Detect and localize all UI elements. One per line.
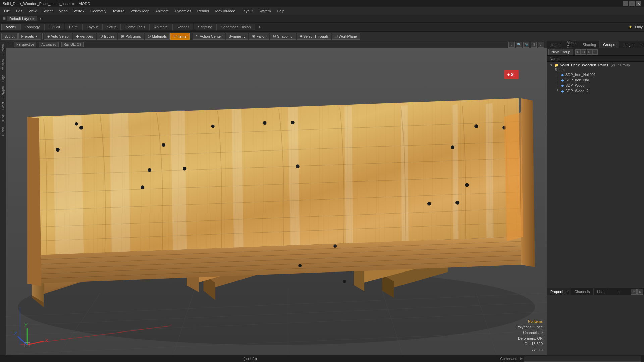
items-button[interactable]: ⊞ Items	[170, 33, 190, 40]
svg-point-75	[148, 168, 151, 172]
symmetry-button[interactable]: Symmetry	[226, 33, 249, 40]
menu-layout[interactable]: Layout	[239, 8, 255, 14]
vertices-button[interactable]: ◆ Vertices	[73, 33, 96, 40]
menu-maxtomodo[interactable]: MaxToModo	[213, 8, 238, 14]
polygons-button[interactable]: ▣ Polygons	[118, 33, 144, 40]
viewport-home-icon[interactable]: ⌂	[508, 42, 515, 48]
tab-animate[interactable]: Animate	[150, 24, 172, 30]
expand-icon: │	[556, 84, 560, 87]
snapping-button[interactable]: ⊠ Snapping	[270, 33, 296, 40]
viewport-expand-icon[interactable]: ⤢	[538, 42, 544, 48]
menu-animate[interactable]: Animate	[153, 8, 171, 14]
edges-button[interactable]: ⬡ Edges	[97, 33, 117, 40]
menu-texture[interactable]: Texture	[110, 8, 127, 14]
prop-tab-channels[interactable]: Channels	[571, 288, 593, 295]
tab-add-button[interactable]: +	[255, 23, 263, 31]
vis-icon-4[interactable]: □	[592, 49, 598, 55]
workplane-button[interactable]: ⊟ WorkPlane	[332, 33, 360, 40]
group-item-wood[interactable]: │ ◆ SDP_Wood	[547, 83, 644, 88]
svg-point-68	[263, 121, 266, 125]
falloff-button[interactable]: ◉ Falloff	[249, 33, 269, 40]
tab-topology[interactable]: Topology	[20, 24, 44, 30]
group-item-nail001[interactable]: │ ◆ SDP_Iron_Nail001	[547, 72, 644, 77]
tab-schematic[interactable]: Schematic Fusion	[217, 24, 255, 30]
prop-tab-add-button[interactable]: +	[615, 290, 623, 294]
layout-dropdown[interactable]: Default Layouts	[7, 16, 37, 21]
right-panel-add-tab-button[interactable]: +	[638, 42, 644, 47]
right-tab-images[interactable]: Images	[619, 41, 638, 48]
prop-tab-properties[interactable]: Properties	[547, 288, 571, 295]
command-input[interactable]	[524, 356, 641, 362]
group-item-wood2[interactable]: └ ◆ SDP_Wood_2	[547, 88, 644, 94]
presets-button[interactable]: Presets ▼	[18, 33, 41, 40]
sculpt-label: Sculpt	[4, 34, 15, 38]
left-tab-fusion[interactable]: Fusion	[1, 125, 5, 138]
menu-select[interactable]: Select	[40, 8, 55, 14]
menu-vertex[interactable]: Vertex	[71, 8, 87, 14]
raygl-button[interactable]: Ray GL: Off	[61, 42, 84, 47]
tab-gametools[interactable]: Game Tools	[121, 24, 150, 30]
left-tab-polygon[interactable]: Polygon	[1, 84, 5, 100]
left-tab-edge[interactable]: Edge	[1, 73, 5, 84]
viewport-settings-icon[interactable]: ⚙	[531, 42, 537, 48]
prop-ctrl-icon-2[interactable]: ⊟	[637, 289, 643, 295]
menu-edit[interactable]: Edit	[13, 8, 25, 14]
advanced-button[interactable]: Advanced	[39, 42, 58, 47]
action-center-label: Action Center	[200, 34, 222, 38]
right-panel: Items Mesh Ops Shading Groups Images + N…	[547, 41, 644, 355]
perspective-button[interactable]: Perspective	[14, 42, 36, 47]
menu-view[interactable]: View	[26, 8, 39, 14]
right-tab-items[interactable]: Items	[547, 41, 563, 48]
new-group-button[interactable]: New Group	[548, 49, 573, 55]
main-layout: Presets Vertices Edge Polygon Script Cur…	[0, 41, 644, 355]
menu-geometry[interactable]: Geometry	[88, 8, 109, 14]
tab-layout[interactable]: Layout	[82, 24, 102, 30]
action-center-button[interactable]: ⊕ Action Center	[193, 33, 225, 40]
materials-button[interactable]: ◎ Materials	[145, 33, 170, 40]
groups-list[interactable]: ▼ 📁 Solid_Deck_Wooden_Pallet (2) : Group…	[547, 62, 644, 288]
vis-icon-1[interactable]: 👁	[575, 49, 581, 55]
group-item-root[interactable]: ▼ 📁 Solid_Deck_Wooden_Pallet (2) : Group	[547, 62, 644, 68]
menu-render[interactable]: Render	[195, 8, 212, 14]
right-tab-groups[interactable]: Groups	[600, 41, 619, 48]
tab-paint[interactable]: Paint	[65, 24, 82, 30]
prop-tab-lists[interactable]: Lists	[594, 288, 608, 295]
tab-scripting[interactable]: Scripting	[194, 24, 217, 30]
menu-file[interactable]: File	[1, 8, 13, 14]
vis-icon-2[interactable]: ⊟	[581, 49, 586, 55]
expand-icon: │	[556, 73, 560, 77]
right-tab-meshops[interactable]: Mesh Ops	[563, 41, 579, 48]
separator-1	[42, 33, 43, 39]
left-tab-presets[interactable]: Presets	[1, 42, 5, 57]
symmetry-label: Symmetry	[229, 34, 246, 38]
svg-marker-51	[109, 113, 130, 255]
left-tab-curve[interactable]: Curve	[1, 112, 5, 124]
vis-icon-3[interactable]: ⊞	[587, 49, 592, 55]
prop-ctrl-icon-1[interactable]: ⤢	[631, 289, 637, 295]
tab-setup[interactable]: Setup	[102, 24, 121, 30]
menu-dynamics[interactable]: Dynamics	[172, 8, 194, 14]
svg-text:Y: Y	[24, 322, 28, 328]
menu-help[interactable]: Help	[274, 8, 287, 14]
right-tab-shading[interactable]: Shading	[579, 41, 600, 48]
menu-vertexmap[interactable]: Vertex Map	[128, 8, 152, 14]
left-tab-script[interactable]: Script	[1, 100, 5, 112]
viewport-canvas[interactable]: X Y Z +X No Items	[6, 48, 547, 355]
tab-uvedit[interactable]: UVEdit	[44, 24, 64, 30]
close-button[interactable]: ✕	[636, 1, 641, 6]
viewport-zoom-icon[interactable]: 🔍	[516, 42, 522, 48]
viewport-drag-handle[interactable]: ⠿	[9, 42, 11, 47]
left-tab-vertices[interactable]: Vertices	[1, 57, 5, 72]
menu-mesh[interactable]: Mesh	[56, 8, 70, 14]
statusbar-info: (no info)	[3, 357, 497, 361]
group-item-nail[interactable]: │ ◆ SDP_Iron_Nail	[547, 77, 644, 83]
viewport-camera-icon[interactable]: 📷	[523, 42, 529, 48]
tab-model[interactable]: Model	[1, 24, 20, 30]
menu-system[interactable]: System	[256, 8, 274, 14]
tab-render[interactable]: Render	[172, 24, 193, 30]
select-through-button[interactable]: ◈ Select Through	[297, 33, 331, 40]
sculpt-button[interactable]: Sculpt	[1, 33, 18, 40]
minimize-button[interactable]: ─	[623, 1, 628, 6]
autoselect-button[interactable]: ◈ Auto Select	[44, 33, 72, 40]
maximize-button[interactable]: □	[629, 1, 635, 6]
